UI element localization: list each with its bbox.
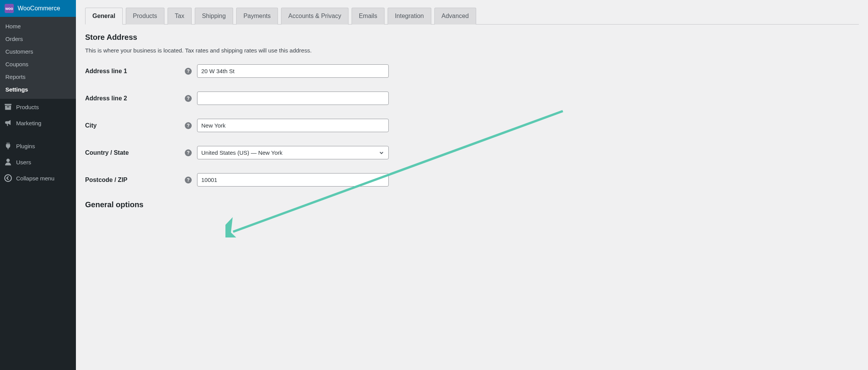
- tab-general[interactable]: General: [85, 8, 123, 25]
- tab-advanced[interactable]: Advanced: [434, 8, 476, 25]
- sidebar-item-settings[interactable]: Settings: [0, 83, 76, 96]
- sidebar-item-label: Collapse menu: [16, 175, 54, 182]
- section-heading-general-options: General options: [85, 200, 859, 209]
- tab-emails[interactable]: Emails: [352, 8, 385, 25]
- sidebar-item-users[interactable]: Users: [0, 154, 76, 170]
- section-heading-store-address: Store Address: [85, 33, 859, 42]
- archive-icon: [4, 103, 12, 111]
- form-row-address2: Address line 2 ?: [85, 92, 859, 105]
- svg-point-0: [5, 175, 12, 182]
- input-city[interactable]: [197, 119, 389, 132]
- sidebar-item-label: Products: [16, 104, 39, 110]
- tab-accounts-privacy[interactable]: Accounts & Privacy: [281, 8, 349, 25]
- tab-integration[interactable]: Integration: [388, 8, 431, 25]
- sidebar-item-customers[interactable]: Customers: [0, 45, 76, 58]
- sidebar-brand-label: WooCommerce: [18, 5, 60, 12]
- sidebar-item-reports[interactable]: Reports: [0, 70, 76, 83]
- input-address1[interactable]: [197, 64, 389, 78]
- form-row-address1: Address line 1 ?: [85, 64, 859, 78]
- tab-payments[interactable]: Payments: [236, 8, 278, 25]
- label-city: City: [85, 122, 185, 129]
- megaphone-icon: [4, 119, 12, 127]
- label-address1: Address line 1: [85, 68, 185, 75]
- sidebar-item-label: Marketing: [16, 120, 41, 126]
- plug-icon: [4, 142, 12, 150]
- help-icon[interactable]: ?: [185, 122, 192, 129]
- input-postcode[interactable]: [197, 173, 389, 187]
- sidebar-item-marketing[interactable]: Marketing: [0, 115, 76, 131]
- sidebar-item-collapse[interactable]: Collapse menu: [0, 170, 76, 186]
- sidebar-item-label: Plugins: [16, 143, 35, 149]
- input-address2[interactable]: [197, 92, 389, 105]
- sidebar-item-coupons[interactable]: Coupons: [0, 58, 76, 70]
- label-postcode: Postcode / ZIP: [85, 177, 185, 183]
- woocommerce-icon: woo: [5, 4, 14, 13]
- help-icon[interactable]: ?: [185, 177, 192, 183]
- main-content: General Products Tax Shipping Payments A…: [76, 0, 868, 370]
- collapse-icon: [4, 174, 12, 182]
- sidebar-item-home[interactable]: Home: [0, 20, 76, 33]
- help-icon[interactable]: ?: [185, 95, 192, 102]
- sidebar: woo WooCommerce Home Orders Customers Co…: [0, 0, 76, 370]
- form-row-country: Country / State ? United States (US) — N…: [85, 146, 859, 159]
- section-desc: This is where your business is located. …: [85, 47, 859, 54]
- label-address2: Address line 2: [85, 95, 185, 102]
- tab-products[interactable]: Products: [126, 8, 164, 25]
- sidebar-item-plugins[interactable]: Plugins: [0, 138, 76, 154]
- select-country-state[interactable]: United States (US) — New York: [197, 146, 389, 159]
- sidebar-item-products[interactable]: Products: [0, 99, 76, 115]
- settings-tabs: General Products Tax Shipping Payments A…: [85, 8, 859, 25]
- user-icon: [4, 158, 12, 166]
- sidebar-brand[interactable]: woo WooCommerce: [0, 0, 76, 17]
- sidebar-item-label: Users: [16, 159, 31, 165]
- sidebar-item-orders[interactable]: Orders: [0, 33, 76, 45]
- help-icon[interactable]: ?: [185, 149, 192, 156]
- form-row-postcode: Postcode / ZIP ?: [85, 173, 859, 187]
- label-country: Country / State: [85, 149, 185, 156]
- tab-tax[interactable]: Tax: [168, 8, 192, 25]
- tab-shipping[interactable]: Shipping: [195, 8, 233, 25]
- sidebar-submenu: Home Orders Customers Coupons Reports Se…: [0, 17, 76, 99]
- form-row-city: City ?: [85, 119, 859, 132]
- help-icon[interactable]: ?: [185, 68, 192, 75]
